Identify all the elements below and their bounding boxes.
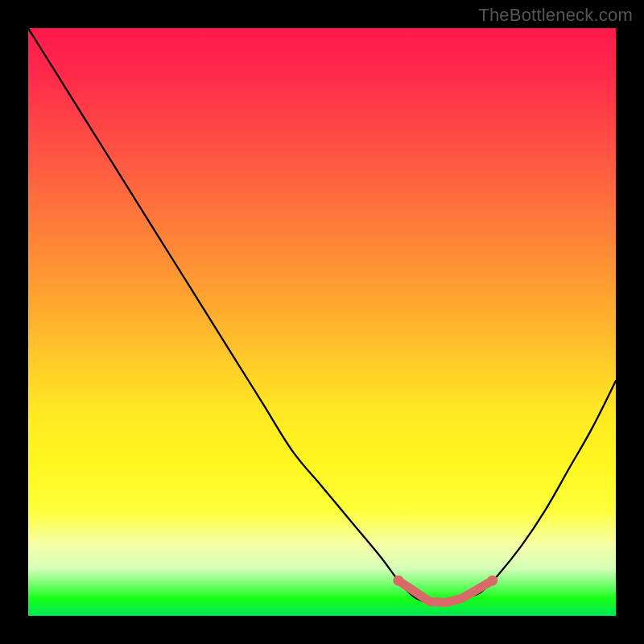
bottleneck-curve	[28, 28, 616, 604]
plot-area	[28, 28, 616, 616]
watermark-text: TheBottleneck.com	[478, 5, 633, 26]
optimal-range-marker	[398, 580, 493, 602]
chart-frame: TheBottleneck.com	[0, 0, 644, 644]
optimal-range-end-dot	[487, 576, 497, 586]
bottleneck-chart	[28, 28, 616, 616]
optimal-range-start-dot	[393, 576, 403, 586]
